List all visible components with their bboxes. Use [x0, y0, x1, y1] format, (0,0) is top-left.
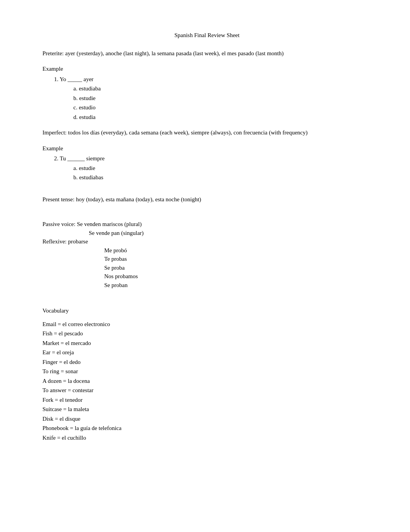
- vocabulary-section: Vocabulary Email = el correo electronico…: [42, 306, 371, 442]
- page-title: Spanish Final Review Sheet: [42, 31, 371, 40]
- vocabulary-list: Email = el correo electronico Fish = el …: [42, 320, 371, 442]
- example2-section: Example 2. Tu ______ siempre a. estudie …: [42, 144, 371, 182]
- present-tense-label: Present tense: hoy (today), esta mañana …: [42, 195, 371, 204]
- list-item: A dozen = la docena: [42, 377, 371, 386]
- list-item: c. estudio: [73, 103, 371, 112]
- passive-voice-line2: Se vende pan (singular): [89, 229, 371, 238]
- example1-numbered-list: 1. Yo _____ ayer: [54, 75, 371, 84]
- list-item: b. estudie: [73, 94, 371, 103]
- list-item: Market = el mercado: [42, 339, 371, 348]
- passive-voice-section: Passive voice: Se venden mariscos (plura…: [42, 220, 371, 289]
- list-item: Me probó: [104, 246, 371, 255]
- example1-item: 1. Yo _____ ayer: [54, 75, 371, 84]
- list-item: Fish = el pescado: [42, 329, 371, 338]
- preterite-section: Preterite: ayer (yesterday), anoche (las…: [42, 49, 371, 58]
- example2-numbered-list: 2. Tu ______ siempre: [54, 154, 371, 163]
- list-item: d. estudia: [73, 113, 371, 122]
- phonebook-item: Phonebook = la guía de telefonica: [42, 424, 371, 433]
- list-item: b. estudiabas: [73, 173, 371, 182]
- list-item: a. estudie: [73, 164, 371, 173]
- present-tense-section: Present tense: hoy (today), esta mañana …: [42, 195, 371, 204]
- list-item: Ear = el oreja: [42, 348, 371, 357]
- preterite-label: Preterite: ayer (yesterday), anoche (las…: [42, 49, 371, 58]
- example2-options-list: a. estudie b. estudiabas: [73, 164, 371, 182]
- list-item: Te probas: [104, 255, 371, 263]
- list-item: Knife = el cuchillo: [42, 433, 371, 442]
- reflexive-label: Reflexive: probarse: [42, 237, 371, 246]
- list-item: Finger = el dedo: [42, 358, 371, 367]
- list-item: Se proba: [104, 263, 371, 272]
- list-item: Fork = el tenedor: [42, 396, 371, 405]
- imperfect-label: Imperfect: todos los días (everyday), ca…: [42, 128, 371, 137]
- passive-voice-label: Passive voice: Se venden mariscos (plura…: [42, 220, 371, 229]
- list-item: Nos probamos: [104, 272, 371, 281]
- list-item: a. estudiaba: [73, 84, 371, 93]
- list-item: Disk = el disque: [42, 415, 371, 423]
- imperfect-section: Imperfect: todos los días (everyday), ca…: [42, 128, 371, 137]
- example2-heading: Example: [42, 144, 371, 153]
- list-item: To answer = contestar: [42, 386, 371, 395]
- list-item: Suitcase = la maleta: [42, 405, 371, 414]
- reflexive-items: Me probó Te probas Se proba Nos probamos…: [104, 246, 371, 290]
- vocabulary-heading: Vocabulary: [42, 306, 371, 315]
- example1-options-list: a. estudiaba b. estudie c. estudio d. es…: [73, 84, 371, 121]
- example1-section: Example 1. Yo _____ ayer a. estudiaba b.…: [42, 65, 371, 121]
- example1-heading: Example: [42, 65, 371, 73]
- list-item: Email = el correo electronico: [42, 320, 371, 329]
- list-item: To ring = sonar: [42, 367, 371, 376]
- example2-item: 2. Tu ______ siempre: [54, 154, 371, 163]
- list-item: Se proban: [104, 281, 371, 290]
